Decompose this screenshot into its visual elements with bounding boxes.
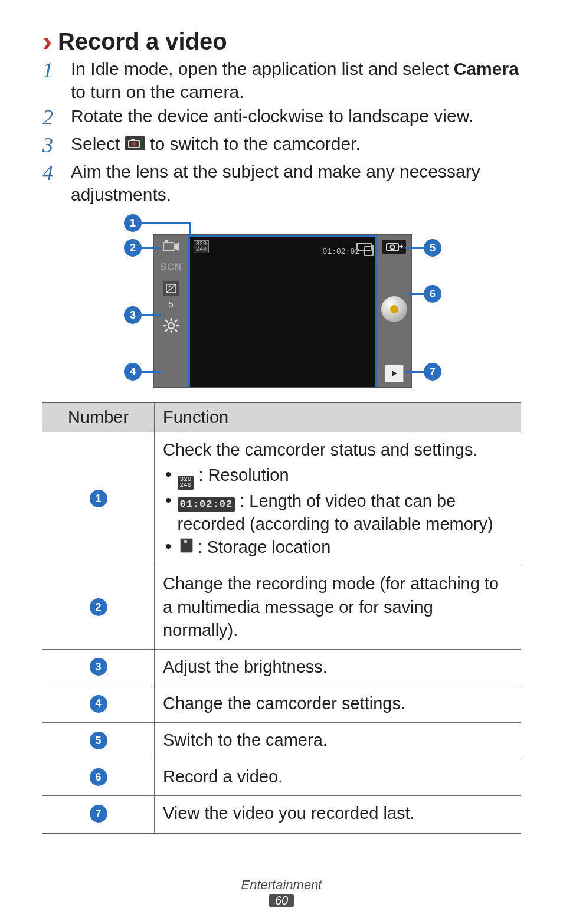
table-row: 1 Check the camcorder status and setting…: [42, 432, 521, 566]
table-header-row: Number Function: [42, 403, 521, 432]
table-row: 7 View the video you recorded last.: [42, 795, 521, 832]
table-cell-number: 7: [42, 796, 155, 832]
record-button[interactable]: [381, 296, 407, 322]
step-text: to switch to the camcorder.: [150, 134, 361, 153]
step-number: 3: [42, 132, 60, 159]
callout-badge-5: 5: [424, 239, 441, 257]
record-time-indicator: 01:02:02: [323, 247, 359, 256]
table-row: 5 Switch to the camera.: [42, 722, 521, 759]
table-row: 6 Record a video.: [42, 759, 521, 795]
callout-line: [405, 247, 425, 249]
table-cell-number: 2: [42, 566, 155, 648]
callout-badge-7: 7: [90, 805, 107, 823]
callout-badge-1: 1: [124, 214, 142, 232]
camcorder-viewfinder: [188, 256, 377, 387]
callout-badge-3: 3: [124, 306, 142, 324]
table-cell-number: 6: [42, 759, 155, 795]
callout-badge-2: 2: [124, 239, 142, 257]
callout-badge-3: 3: [90, 658, 107, 676]
table-cell-number: 4: [42, 686, 155, 722]
callout-line: [142, 222, 190, 224]
table-cell-function: Change the recording mode (for attaching…: [155, 566, 521, 648]
section-title: Record a video: [58, 28, 227, 55]
section-chevron-icon: ›: [42, 27, 52, 55]
brightness-value: 5: [169, 300, 174, 309]
settings-gear-icon[interactable]: [163, 317, 179, 334]
table-cell-function: Switch to the camera.: [155, 723, 521, 759]
step-number: 2: [42, 104, 60, 131]
table-cell-function: Adjust the brightness.: [155, 650, 521, 686]
switch-to-camera-button[interactable]: [382, 240, 406, 254]
callout-badge-7: 7: [424, 363, 441, 381]
table-header-number: Number: [42, 403, 155, 432]
step-text: to turn on the camera.: [71, 82, 244, 101]
storage-sd-icon: [180, 538, 193, 553]
callout-badge-5: 5: [90, 732, 107, 749]
footer-section-name: Entertainment: [0, 877, 563, 893]
camcorder-ui: 320 240 01:02:02 SCN: [153, 234, 412, 388]
table-text: : Resolution: [194, 466, 289, 484]
callout-line: [189, 222, 191, 235]
callout-line: [407, 293, 425, 295]
callout-badge-4: 4: [90, 695, 107, 713]
step-list: 1 In Idle mode, open the application lis…: [42, 57, 521, 206]
step-body: Aim the lens at the subject and make any…: [71, 160, 521, 206]
svg-text:-: -: [172, 288, 174, 293]
storage-sd-icon: [364, 246, 374, 257]
function-table: Number Function 1 Check the camcorder st…: [42, 402, 521, 834]
step-body: In Idle mode, open the application list …: [71, 57, 521, 103]
callout-line: [142, 247, 161, 249]
step-4: 4 Aim the lens at the subject and make a…: [42, 160, 521, 206]
callout-badge-2: 2: [90, 598, 107, 616]
callout-badge-6: 6: [424, 285, 441, 303]
step-number: 4: [42, 160, 60, 206]
callout-line: [142, 371, 161, 373]
step-text: Select: [71, 134, 125, 153]
table-text: Check the camcorder status and settings.: [163, 438, 512, 461]
table-cell-function: Record a video.: [155, 759, 521, 795]
callout-line: [405, 371, 425, 373]
svg-rect-4: [163, 243, 174, 251]
callout-badge-6: 6: [90, 768, 107, 786]
table-row: 3 Adjust the brightness.: [42, 649, 521, 686]
page-footer: Entertainment 60: [0, 877, 563, 907]
brightness-control-icon[interactable]: +-: [163, 281, 179, 296]
table-row: 4 Change the camcorder settings.: [42, 686, 521, 722]
scene-mode-icon[interactable]: SCN: [161, 262, 182, 273]
table-cell-number: 5: [42, 723, 155, 759]
step-2: 2 Rotate the device anti-clockwise to la…: [42, 104, 521, 131]
table-cell-function: Check the camcorder status and settings.…: [155, 432, 521, 566]
step-body: Rotate the device anti-clockwise to land…: [71, 104, 521, 131]
svg-line-17: [165, 329, 168, 332]
camcorder-figure: 320 240 01:02:02 SCN: [113, 214, 450, 391]
table-cell-number: 3: [42, 650, 155, 686]
footer-page-number: 60: [269, 894, 294, 907]
svg-point-5: [165, 240, 168, 243]
table-header-function: Function: [155, 403, 521, 432]
callout-badge-1: 1: [90, 490, 107, 507]
svg-rect-3: [131, 139, 135, 141]
step-body: Select to switch to the camcorder.: [71, 132, 521, 159]
last-video-thumbnail[interactable]: [385, 365, 404, 382]
switch-to-camcorder-icon: [125, 133, 145, 156]
table-text: : Storage location: [193, 538, 331, 556]
svg-point-19: [391, 245, 395, 250]
callout-line: [142, 314, 161, 316]
step-number: 1: [42, 57, 60, 103]
svg-text:+: +: [168, 284, 171, 289]
table-cell-function: View the video you recorded last.: [155, 796, 521, 832]
step-text-bold: Camera: [454, 59, 519, 78]
svg-line-16: [175, 320, 177, 322]
table-cell-number: 1: [42, 432, 155, 566]
table-row: 2 Change the recording mode (for attachi…: [42, 566, 521, 648]
svg-point-9: [168, 323, 174, 329]
record-time-indicator-icon: 01:02:02: [178, 497, 235, 512]
recording-mode-icon[interactable]: [162, 238, 180, 254]
step-1: 1 In Idle mode, open the application lis…: [42, 57, 521, 103]
callout-badge-4: 4: [124, 363, 142, 381]
svg-line-14: [165, 320, 168, 322]
step-3: 3 Select to switch to the camcorder.: [42, 132, 521, 159]
svg-line-15: [175, 329, 177, 332]
step-text: In Idle mode, open the application list …: [71, 59, 454, 78]
resolution-indicator-icon: 320 240: [178, 476, 194, 490]
